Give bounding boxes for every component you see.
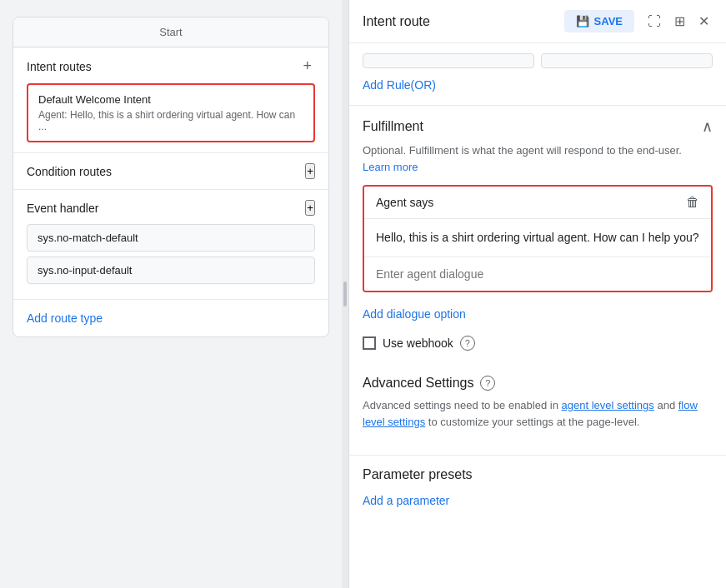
resize-button[interactable]: ⊞ — [671, 10, 688, 32]
event-item-1[interactable]: sys.no-input-default — [27, 257, 315, 284]
intent-route-item[interactable]: Default Welcome Intent Agent: Hello, thi… — [27, 83, 315, 142]
collapse-fulfillment-button[interactable]: ∧ — [702, 117, 713, 136]
add-rule-button[interactable]: Add Rule(OR) — [363, 75, 436, 95]
fulfillment-desc: Optional. Fulfillment is what the agent … — [363, 142, 713, 175]
expand-button[interactable]: ⛶ — [644, 11, 664, 32]
fulfillment-header: Fulfillment ∧ — [363, 117, 713, 136]
right-content: Add Rule(OR) Fulfillment ∧ Optional. Ful… — [349, 43, 726, 522]
event-handler-header: Event handler + — [27, 200, 315, 216]
agent-level-settings-link[interactable]: agent level settings — [562, 399, 654, 411]
right-title: Intent route — [363, 14, 554, 29]
rule-input-2[interactable] — [541, 53, 713, 68]
agent-dialogue-input[interactable] — [364, 257, 711, 291]
start-header: Start — [13, 17, 328, 47]
save-label: SAVE — [594, 15, 623, 27]
event-item-0[interactable]: sys.no-match-default — [27, 224, 315, 252]
intent-route-subtitle: Agent: Hello, this is a shirt ordering v… — [38, 109, 303, 132]
fulfillment-desc-text: Optional. Fulfillment is what the agent … — [363, 144, 682, 157]
add-event-handler-button[interactable]: + — [305, 200, 315, 216]
divider-handle — [343, 282, 347, 306]
add-route-type-button[interactable]: Add route type — [13, 300, 116, 336]
start-card: Start Intent routes + Default Welcome In… — [13, 17, 329, 337]
left-panel: Start Intent routes + Default Welcome In… — [0, 0, 342, 588]
event-handler-label: Event handler — [27, 202, 98, 215]
intent-route-title: Default Welcome Intent — [38, 93, 303, 106]
condition-routes-header: Condition routes + — [27, 163, 315, 179]
condition-routes-label: Condition routes — [27, 165, 112, 178]
right-panel: Intent route 💾 SAVE ⛶ ⊞ ✕ Add Rule(OR) F… — [348, 0, 726, 588]
start-label: Start — [159, 26, 182, 38]
advanced-desc: Advanced settings need to be enabled in … — [363, 397, 713, 430]
learn-more-link[interactable]: Learn more — [363, 161, 418, 173]
rule-row — [363, 53, 713, 68]
panel-divider — [342, 0, 348, 588]
advanced-help-icon[interactable]: ? — [480, 376, 495, 391]
intent-routes-section: Intent routes + Default Welcome Intent A… — [13, 47, 328, 153]
parameter-presets-section: Parameter presets Add a parameter — [349, 455, 726, 522]
add-dialogue-option-button[interactable]: Add dialogue option — [363, 304, 466, 324]
delete-agent-says-button[interactable]: 🗑 — [686, 195, 699, 210]
close-button[interactable]: ✕ — [695, 10, 713, 32]
right-header: Intent route 💾 SAVE ⛶ ⊞ ✕ — [349, 0, 726, 43]
save-button[interactable]: 💾 SAVE — [564, 10, 634, 32]
advanced-desc-part1: Advanced settings need to be enabled in — [363, 399, 562, 411]
webhook-label: Use webhook — [383, 336, 453, 350]
intent-routes-label: Intent routes — [27, 60, 92, 73]
event-handler-section: Event handler + sys.no-match-default sys… — [13, 190, 328, 300]
agent-says-header: Agent says 🗑 — [364, 187, 711, 219]
add-condition-route-button[interactable]: + — [305, 163, 315, 179]
rule-input-1[interactable] — [363, 53, 534, 68]
advanced-settings-header: Advanced Settings ? — [363, 376, 713, 391]
fulfillment-title: Fulfillment — [363, 119, 423, 134]
agent-says-title: Agent says — [376, 196, 433, 209]
advanced-settings-section: Advanced Settings ? Advanced settings ne… — [349, 376, 726, 455]
add-parameter-button[interactable]: Add a parameter — [363, 491, 449, 511]
advanced-desc-part2: and — [654, 399, 678, 411]
condition-routes-section: Condition routes + — [13, 153, 328, 190]
intent-routes-header: Intent routes + — [27, 57, 315, 75]
webhook-row: Use webhook ? — [363, 336, 713, 351]
webhook-help-icon[interactable]: ? — [460, 336, 475, 351]
agent-message: Hello, this is a shirt ordering virtual … — [364, 219, 711, 257]
advanced-settings-title: Advanced Settings — [363, 376, 473, 391]
agent-says-box: Agent says 🗑 Hello, this is a shirt orde… — [363, 185, 713, 292]
rule-area: Add Rule(OR) — [349, 43, 726, 106]
advanced-desc-part3: to customize your settings at the page-l… — [425, 416, 639, 428]
use-webhook-checkbox[interactable] — [363, 336, 376, 350]
fulfillment-section: Fulfillment ∧ Optional. Fulfillment is w… — [349, 106, 726, 376]
save-icon: 💾 — [576, 15, 589, 27]
add-intent-route-button[interactable]: + — [299, 57, 315, 75]
header-icons: ⛶ ⊞ ✕ — [644, 10, 713, 32]
parameter-presets-title: Parameter presets — [363, 467, 713, 482]
